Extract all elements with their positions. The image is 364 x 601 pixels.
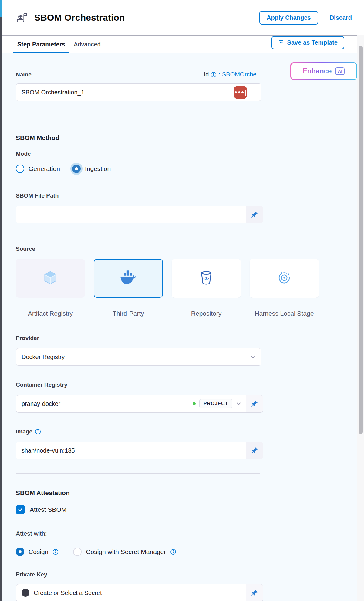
section-divider	[16, 473, 260, 474]
container-registry-field: pranay-docker PROJECT	[16, 395, 263, 413]
cosign-info-icon[interactable]	[52, 549, 59, 555]
step-parameters-panel: Name Id : SBOMOrche... Enhance	[2, 53, 357, 601]
private-key-field[interactable]: Create or Select a Secret	[16, 584, 263, 601]
drawer-header: SBOM Orchestration Apply Changes Discard	[2, 0, 364, 35]
mode-radio-group: Generation Ingestion	[16, 165, 357, 173]
source-cards: </>	[16, 259, 357, 298]
section-divider	[16, 228, 260, 228]
background-panel-edge	[0, 0, 2, 601]
discard-button[interactable]: Discard	[330, 14, 352, 21]
secret-key-icon	[22, 589, 29, 597]
id-label: Id	[204, 71, 209, 78]
chevron-down-icon[interactable]	[236, 401, 241, 406]
ai-badge: AI	[335, 67, 345, 75]
runtime-input-pin-button[interactable]	[246, 206, 263, 223]
tab-advanced[interactable]: Advanced	[69, 36, 105, 53]
id-value-link[interactable]: SBOMOrche...	[222, 71, 261, 78]
image-field	[16, 442, 263, 459]
tab-step-parameters-label: Step Parameters	[17, 41, 65, 48]
name-input[interactable]	[16, 83, 261, 101]
private-key-label: Private Key	[16, 571, 357, 578]
section-divider	[16, 118, 260, 118]
radio-generation-label: Generation	[29, 165, 60, 172]
attest-sbom-label: Attest SBOM	[30, 506, 66, 513]
sbom-file-path-field	[16, 206, 263, 223]
chevron-down-icon	[250, 354, 256, 360]
scrollbar-thumb[interactable]	[359, 46, 363, 434]
save-as-template-label: Save as Template	[287, 39, 338, 46]
provider-select[interactable]: Docker Registry	[16, 348, 261, 366]
docker-icon	[118, 270, 138, 287]
runtime-input-pin-button[interactable]	[246, 584, 263, 601]
connector-status-dot	[193, 402, 196, 405]
step-id-group: Id : SBOMOrche...	[204, 71, 261, 78]
scope-badge: PROJECT	[199, 399, 232, 408]
provider-value: Docker Registry	[22, 354, 250, 361]
radio-cosign-label: Cosign	[29, 548, 48, 555]
tab-advanced-label: Advanced	[74, 41, 101, 48]
image-info-icon[interactable]	[35, 429, 41, 435]
radio-generation-control[interactable]	[16, 165, 24, 173]
scrollbar-track[interactable]	[357, 35, 364, 601]
mode-label: Mode	[16, 151, 357, 157]
image-label: Image	[16, 428, 32, 435]
radio-ingestion-label: Ingestion	[85, 165, 111, 172]
tabbar-spacer	[105, 36, 271, 53]
source-card-artifact-registry[interactable]	[16, 259, 85, 298]
tab-step-parameters[interactable]: Step Parameters	[13, 36, 69, 53]
attest-sbom-checkbox-row[interactable]: Attest SBOM	[16, 505, 357, 514]
radio-ingestion-control[interactable]	[72, 165, 81, 173]
source-label: Source	[16, 246, 357, 252]
image-input[interactable]	[16, 442, 246, 459]
sbom-scroll-icon	[15, 11, 29, 25]
repository-icon: </>	[198, 270, 214, 287]
attest-with-label: Attest with:	[16, 530, 357, 537]
provider-label: Provider	[16, 335, 357, 341]
container-registry-value: pranay-docker	[22, 400, 189, 407]
sbom-file-path-label: SBOM File Path	[16, 192, 357, 199]
source-card-harness-local-stage[interactable]	[250, 259, 319, 298]
radio-cosign-control[interactable]	[16, 548, 24, 556]
radio-generation[interactable]: Generation	[16, 165, 60, 173]
source-card-label: Repository	[172, 309, 241, 318]
enhance-label: Enhance	[303, 67, 332, 75]
source-card-repository[interactable]: </>	[172, 259, 241, 298]
id-info-icon[interactable]	[211, 72, 217, 78]
cosign-secret-manager-info-icon[interactable]	[170, 549, 176, 555]
radio-cosign-secret-manager-label: Cosign with Secret Manager	[86, 548, 166, 555]
harness-stage-icon	[276, 270, 292, 287]
container-registry-label: Container Registry	[16, 382, 357, 388]
save-as-template-button[interactable]: Save as Template	[271, 36, 344, 49]
sbom-attestation-heading: SBOM Attestation	[16, 489, 357, 497]
source-card-labels: Artifact Registry Third-Party Repository…	[16, 309, 357, 318]
source-card-label: Third-Party	[94, 309, 163, 318]
radio-cosign-secret-manager-control[interactable]	[73, 548, 82, 556]
sbom-orchestration-drawer: SBOM Orchestration Apply Changes Discard…	[0, 0, 364, 601]
text-cursor-extension-icon[interactable]	[234, 86, 247, 99]
runtime-input-pin-button[interactable]	[246, 395, 263, 412]
sbom-file-path-input[interactable]	[16, 206, 246, 223]
attest-with-radio-group: Cosign Cosign with Secret Manager	[16, 548, 357, 556]
tab-bar: Step Parameters Advanced Save as Templat…	[2, 35, 357, 53]
name-label: Name	[16, 71, 32, 78]
page-title: SBOM Orchestration	[34, 12, 259, 23]
source-card-label: Artifact Registry	[16, 309, 85, 318]
runtime-input-pin-button[interactable]	[246, 442, 263, 459]
enhance-ai-button[interactable]: Enhance AI	[290, 62, 357, 80]
source-card-third-party[interactable]	[94, 259, 163, 298]
sbom-method-heading: SBOM Method	[16, 134, 357, 141]
private-key-placeholder: Create or Select a Secret	[34, 589, 102, 596]
attest-sbom-checkbox[interactable]	[16, 505, 25, 514]
svg-text:</>: </>	[204, 276, 209, 281]
radio-cosign[interactable]: Cosign	[16, 548, 59, 556]
id-separator: :	[218, 71, 220, 78]
upload-icon	[278, 40, 284, 46]
radio-ingestion[interactable]: Ingestion	[72, 165, 111, 173]
radio-cosign-secret-manager[interactable]: Cosign with Secret Manager	[73, 548, 176, 556]
name-section: Name Id : SBOMOrche... Enhance	[16, 53, 357, 101]
apply-changes-button[interactable]: Apply Changes	[259, 11, 318, 25]
source-card-label: Harness Local Stage	[250, 309, 319, 318]
container-registry-select[interactable]: pranay-docker PROJECT	[16, 395, 246, 412]
selected-step-accent	[0, 0, 2, 17]
cube-icon	[42, 270, 58, 287]
